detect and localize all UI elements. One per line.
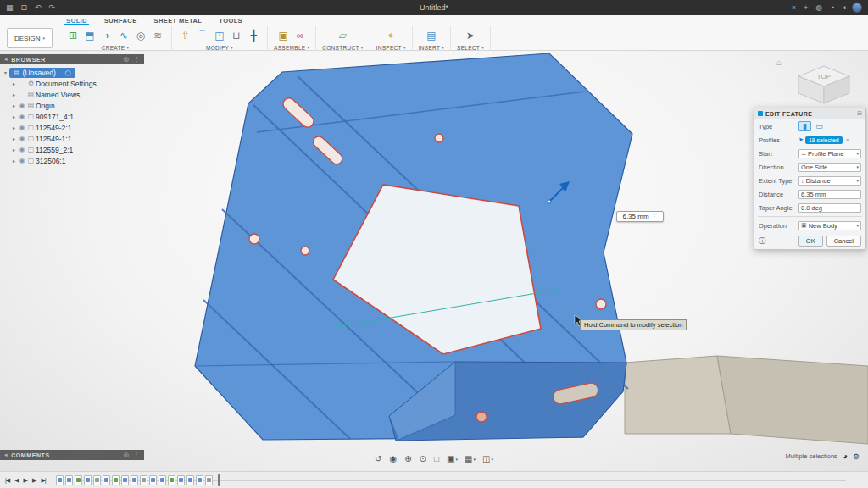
- expander-icon[interactable]: ▸: [10, 92, 18, 97]
- viewports-icon[interactable]: ◫▾: [482, 454, 493, 463]
- browser-root-item[interactable]: ▾ ▤ (Unsaved) ◯: [2, 67, 144, 78]
- job-status-icon[interactable]: ◍: [815, 4, 822, 12]
- thread-icon[interactable]: ≋: [150, 28, 165, 43]
- browser-tree-item[interactable]: ▸ ⚙ Document Settings: [2, 78, 144, 89]
- panel-options-icon[interactable]: ◎: [124, 452, 130, 458]
- timeline-feature-icon[interactable]: [177, 475, 185, 485]
- browser-tree-item[interactable]: ▸ ◉ ▢ 112549-1:1: [2, 133, 144, 144]
- help-icon[interactable]: ◔: [830, 4, 834, 12]
- expander-icon[interactable]: ▸: [10, 136, 18, 141]
- panel-options-icon[interactable]: ◎: [124, 56, 130, 63]
- create-menu[interactable]: CREATE▾: [102, 45, 130, 51]
- hole-cutout[interactable]: [435, 134, 443, 142]
- expander-icon[interactable]: ▸: [10, 158, 18, 164]
- joint-icon[interactable]: ∞: [292, 28, 308, 43]
- ribbon-tab[interactable]: SOLID: [64, 16, 89, 25]
- timeline-feature-icon[interactable]: [93, 475, 101, 485]
- design-menu-button[interactable]: DESIGN ▾: [7, 28, 53, 48]
- dialog-header[interactable]: EDIT FEATURE ⊟: [754, 108, 865, 119]
- assemble-menu[interactable]: ASSEMBLE▾: [274, 45, 309, 51]
- browser-tree-item[interactable]: ▸ ◉ ▢ 909171_4:1: [2, 111, 144, 122]
- hole-cutout[interactable]: [301, 247, 309, 255]
- operation-select[interactable]: ▣ New Body ▾: [798, 221, 861, 230]
- expander-icon[interactable]: ▸: [10, 103, 18, 108]
- distance-field[interactable]: 6.35 mm: [798, 190, 861, 199]
- pan-icon[interactable]: ⊕: [404, 454, 412, 463]
- timeline-feature-icon[interactable]: [131, 475, 138, 485]
- collapse-panel-icon[interactable]: ◂: [4, 56, 8, 63]
- timeline-feature-icon[interactable]: [84, 475, 92, 485]
- ribbon-tab[interactable]: TOOLS: [217, 16, 244, 25]
- start-select[interactable]: ⊥ Profile Plane ▾: [798, 149, 861, 158]
- expander-icon[interactable]: ▸: [10, 80, 18, 86]
- visibility-eye-icon[interactable]: ◉: [18, 113, 26, 120]
- modify-menu[interactable]: MODIFY▾: [206, 45, 233, 51]
- clear-selection-icon[interactable]: ×: [846, 137, 849, 143]
- dock-panel-icon[interactable]: ⊟: [857, 110, 862, 117]
- look-at-icon[interactable]: ◉: [389, 454, 398, 463]
- combine-icon[interactable]: ⊔: [229, 28, 244, 43]
- display-settings-icon[interactable]: ▣▾: [447, 454, 458, 463]
- save-icon[interactable]: ⊟: [21, 4, 28, 12]
- hole-icon[interactable]: ◎: [133, 28, 148, 43]
- visibility-eye-icon[interactable]: ◉: [18, 157, 26, 164]
- taper-angle-field[interactable]: 0.0 deg: [798, 203, 861, 213]
- revolve-icon[interactable]: ◑: [99, 28, 114, 43]
- preferences-gear-icon[interactable]: ⚙: [853, 452, 860, 461]
- active-document-pill[interactable]: ▤ (Unsaved) ◯: [9, 68, 75, 78]
- browser-tree-item[interactable]: ▸ ▤ Named Views: [2, 89, 144, 100]
- construct-menu[interactable]: CONSTRUCT▾: [322, 45, 363, 51]
- extrude-icon[interactable]: ⬒: [82, 28, 97, 43]
- collapse-panel-icon[interactable]: ◂: [4, 452, 8, 458]
- visibility-eye-icon[interactable]: ◉: [18, 124, 26, 131]
- hole-cutout[interactable]: [476, 412, 487, 422]
- selection-tools-icon[interactable]: ◕: [843, 452, 848, 461]
- visibility-eye-icon[interactable]: ◉: [18, 146, 26, 153]
- timeline-feature-icon[interactable]: [75, 475, 82, 485]
- view-cube[interactable]: ⌂ TOP: [780, 56, 858, 108]
- timeline-feature-icon[interactable]: [56, 475, 64, 485]
- expander-icon[interactable]: ▸: [10, 114, 18, 119]
- visibility-eye-icon[interactable]: ◉: [18, 135, 26, 142]
- select-menu[interactable]: SELECT▾: [457, 45, 484, 51]
- fit-view-icon[interactable]: □: [434, 454, 440, 463]
- press-pull-icon[interactable]: ⇧: [178, 28, 193, 43]
- extrude-type-one-side-button[interactable]: ▮: [798, 121, 811, 131]
- inspect-menu[interactable]: INSPECT▾: [376, 45, 406, 51]
- visibility-eye-icon[interactable]: ◉: [18, 102, 26, 109]
- browser-tree-item[interactable]: ▸ ◉ ▢ 112549-2:1: [2, 122, 144, 133]
- tan-body[interactable]: [625, 356, 868, 444]
- redo-icon[interactable]: ↷: [49, 4, 56, 12]
- timeline-feature-icon[interactable]: [121, 475, 129, 485]
- go-to-start-button[interactable]: |◀: [5, 477, 9, 484]
- timeline-feature-icon[interactable]: [112, 475, 120, 485]
- orbit-icon[interactable]: ↺: [375, 454, 382, 463]
- move-copy-icon[interactable]: ╋: [246, 28, 261, 43]
- info-icon[interactable]: ⓘ: [759, 236, 765, 246]
- cancel-button[interactable]: Cancel: [826, 236, 861, 247]
- app-grid-icon[interactable]: ▦: [6, 4, 14, 12]
- extent-type-select[interactable]: ↕ Distance ▾: [798, 176, 861, 186]
- ribbon-tab[interactable]: SURFACE: [103, 16, 139, 25]
- timeline-playhead[interactable]: [218, 474, 220, 486]
- timeline-feature-icon[interactable]: [103, 475, 110, 485]
- direction-select[interactable]: One Side ▾: [798, 163, 861, 172]
- timeline-feature-icon[interactable]: [65, 475, 73, 485]
- go-to-end-button[interactable]: ▶|: [41, 477, 45, 484]
- new-sketch-icon[interactable]: ⊞: [65, 28, 81, 43]
- undo-icon[interactable]: ↶: [35, 4, 42, 12]
- browser-tree-item[interactable]: ▸ ◉ ▢ 112559_2:1: [2, 144, 144, 155]
- select-cursor-icon[interactable]: ➤: [463, 28, 478, 43]
- timeline-feature-icon[interactable]: [159, 475, 166, 485]
- timeline-feature-icon[interactable]: [149, 475, 157, 485]
- timeline-feature-icon[interactable]: [205, 475, 213, 485]
- sweep-icon[interactable]: ∿: [116, 28, 131, 43]
- profiles-selected-badge[interactable]: 18 selected: [805, 136, 843, 144]
- expander-icon[interactable]: ▸: [10, 125, 18, 130]
- timeline-feature-icon[interactable]: [186, 475, 194, 485]
- ok-button[interactable]: OK: [798, 236, 823, 247]
- distance-dimension-input[interactable]: 6.35 mm ⋮: [616, 211, 664, 222]
- timeline-feature-icon[interactable]: [140, 475, 147, 485]
- home-view-icon[interactable]: ⌂: [776, 58, 782, 67]
- insert-menu[interactable]: INSERT▾: [419, 45, 444, 51]
